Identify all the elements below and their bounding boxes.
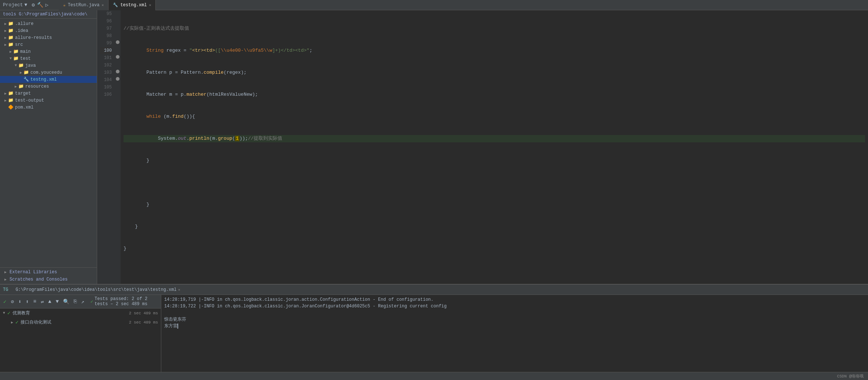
sidebar-item-src[interactable]: ▶ 📁 src [0, 41, 97, 48]
test-toolbar: ✓ ⊘ ⬇ ⬆ ≡ ⇌ ▲ ▼ 🔍 ⎘ ↗ ✓ Tests passed: 2 … [0, 295, 161, 308]
toolbar-sort-up-btn[interactable]: ⬆ [25, 298, 30, 306]
code-editor[interactable]: 95 96 97 98 99 100 101 102 103 104 105 1… [97, 10, 868, 284]
tab-testrun-java[interactable]: ☕ TestRun.java ✕ [59, 0, 108, 10]
test-item-youceedu[interactable]: ▼ ✓ 优测教育 2 sec 489 ms [0, 308, 161, 318]
tab-close-icon[interactable]: ✕ [102, 3, 104, 7]
sidebar-item-idea[interactable]: ▶ 📁 .idea [0, 27, 97, 34]
sidebar-item-java[interactable]: ▼ 📁 java [0, 62, 97, 69]
code-line-106 [124, 267, 865, 274]
sidebar-item-com-youceedu[interactable]: ▶ 📁 com.youceedu [0, 69, 97, 76]
toolbar-search-btn[interactable]: 🔍 [62, 298, 70, 306]
sidebar-item-label: .idea [15, 28, 28, 33]
toolbar-sort-down-btn[interactable]: ⬇ [17, 298, 22, 306]
bottom-tab-close-icon[interactable]: ✕ [178, 288, 180, 292]
tree-arrow-icon: ▶ [3, 91, 8, 96]
code-line-95: //实际值-正则表达式去提取值 [124, 25, 865, 32]
code-line-102 [124, 179, 865, 186]
sidebar-item-pom-xml[interactable]: 🔶 pom.xml [0, 104, 97, 111]
test-item-auto[interactable]: ▶ ✓ 接口自动化测试 2 sec 489 ms [0, 318, 161, 327]
toolbar-group-btn[interactable]: ≡ [32, 298, 37, 305]
tree-arrow-icon: ▶ [3, 277, 8, 282]
code-line-103: } [124, 201, 865, 208]
gutter-mark-103 [116, 70, 119, 73]
run-icon[interactable]: ▷ [45, 2, 48, 8]
line-num-98: 98 [100, 32, 112, 40]
line-num-100: 100 [100, 47, 112, 54]
folder-icon: 📁 [8, 42, 14, 47]
main-content: tools G:\ProgramFiles\java\code\ ▶ 📁 .al… [0, 10, 868, 284]
editor-gutter [115, 10, 121, 284]
sidebar-item-main[interactable]: ▶ 📁 main [0, 48, 97, 55]
tree-arrow-icon: ▼ [8, 56, 13, 61]
editor-area: 95 96 97 98 99 100 101 102 103 104 105 1… [97, 10, 868, 284]
tree-arrow-icon: ▶ [3, 36, 8, 40]
sidebar-item-label: testng.xml [30, 77, 57, 82]
console-line-1: 14:28:19,719 |-INFO in ch.qos.logback.cl… [164, 296, 865, 303]
file-icon: 🔶 [8, 105, 14, 110]
code-line-98: Matcher m = p.matcher(htmlResValueNew); [124, 91, 865, 98]
tab-label: TestRun.java [68, 3, 99, 8]
test-status-label: Tests passed: 2 of 2 tests – 2 sec 489 m… [95, 296, 159, 307]
line-num-102: 102 [100, 62, 112, 69]
project-menu[interactable]: Project ▼ [3, 2, 27, 8]
sidebar-item-external-libraries[interactable]: ▶ External Libraries [0, 268, 97, 276]
cursor-blink [177, 324, 178, 329]
toolbar-up-btn[interactable]: ▲ [47, 298, 52, 305]
tab-close-xml-icon[interactable]: ✕ [149, 3, 151, 7]
test-item-label: 优测教育 [12, 310, 30, 316]
tab-label: testng.xml [120, 3, 147, 8]
project-arrow: ▼ [25, 2, 27, 8]
folder-icon: 📁 [18, 63, 24, 68]
tree-arrow-icon: ▶ [18, 70, 23, 75]
toolbar-pass-btn[interactable]: ✓ [2, 298, 7, 306]
sidebar-item-scratches[interactable]: ▶ Scratches and Consoles [0, 276, 97, 283]
line-num-99: 99 [100, 40, 112, 47]
sidebar-item-test[interactable]: ▼ 📁 test [0, 55, 97, 62]
sidebar-tree: ▶ 📁 .allure ▶ 📁 .idea ▶ 📁 allure-results [0, 19, 97, 267]
sidebar-item-label: main [20, 49, 31, 54]
toolbar-down-btn[interactable]: ▼ [55, 298, 60, 305]
line-num-96: 96 [100, 18, 112, 25]
settings-icon[interactable]: ⚙ [32, 2, 34, 8]
sidebar-bottom: ▶ External Libraries ▶ Scratches and Con… [0, 267, 97, 284]
console-area: 14:28:19,719 |-INFO in ch.qos.logback.cl… [161, 295, 868, 372]
line-num-104: 104 [100, 76, 112, 84]
sidebar-item-label: .allure [15, 21, 33, 26]
bottom-content: ✓ ⊘ ⬇ ⬆ ≡ ⇌ ▲ ▼ 🔍 ⎘ ↗ ✓ Tests passed: 2 … [0, 295, 868, 372]
toolbar-switch-btn[interactable]: ⇌ [40, 298, 45, 306]
bottom-tab-bar: TG G:\ProgramFiles\java\code\idea\tools\… [0, 285, 868, 295]
toolbar-export-btn[interactable]: ↗ [80, 298, 85, 306]
pass-check-icon: ✓ [91, 299, 93, 304]
sidebar-item-target[interactable]: ▶ 📁 target [0, 90, 97, 97]
status-bar: CSDN @络络哦 [0, 372, 868, 380]
tree-arrow-icon: ▶ [8, 50, 13, 54]
toolbar-icons: ⚙ 🔨 ▷ [32, 2, 48, 8]
sidebar-item-allure[interactable]: ▶ 📁 .allure [0, 20, 97, 27]
sidebar-item-allure-results[interactable]: ▶ 📁 allure-results [0, 34, 97, 41]
test-list: ▼ ✓ 优测教育 2 sec 489 ms ▶ ✓ 接口自动化测试 2 sec … [0, 308, 161, 372]
tab-testng-xml[interactable]: 🔧 testng.xml ✕ [108, 0, 156, 10]
gutter-mark-101 [116, 55, 119, 59]
line-num-103: 103 [100, 69, 112, 76]
sidebar-item-label: test-output [15, 98, 44, 103]
sidebar-item-test-output[interactable]: ▶ 📁 test-output [0, 97, 97, 104]
sidebar-item-label: src [15, 42, 23, 47]
tree-arrow-icon: ▶ [3, 29, 8, 33]
code-line-101: } [124, 157, 865, 164]
toolbar-stop-btn[interactable]: ⊘ [10, 298, 15, 306]
folder-icon: 📁 [8, 21, 14, 26]
tree-arrow-icon: ▶ [3, 98, 8, 103]
sidebar-item-testng-xml[interactable]: 🔧 testng.xml [0, 76, 97, 83]
line-num-95: 95 [100, 10, 112, 18]
tree-arrow-icon: ▶ [13, 84, 18, 89]
bottom-tab-testng[interactable]: G:\ProgramFiles\java\code\idea\tools\src… [12, 285, 183, 295]
tree-arrow-icon: ▼ [13, 63, 18, 67]
bottom-tab-label: G:\ProgramFiles\java\code\idea\tools\src… [15, 287, 176, 292]
folder-icon: 📁 [18, 84, 24, 89]
sidebar-item-resources[interactable]: ▶ 📁 resources [0, 83, 97, 90]
code-line-104: } [124, 223, 865, 230]
toolbar-copy-btn[interactable]: ⎘ [73, 298, 78, 305]
sidebar-item-label: allure-results [15, 35, 52, 40]
java-icon: ☕ [63, 3, 66, 7]
build-icon[interactable]: 🔨 [37, 2, 43, 8]
